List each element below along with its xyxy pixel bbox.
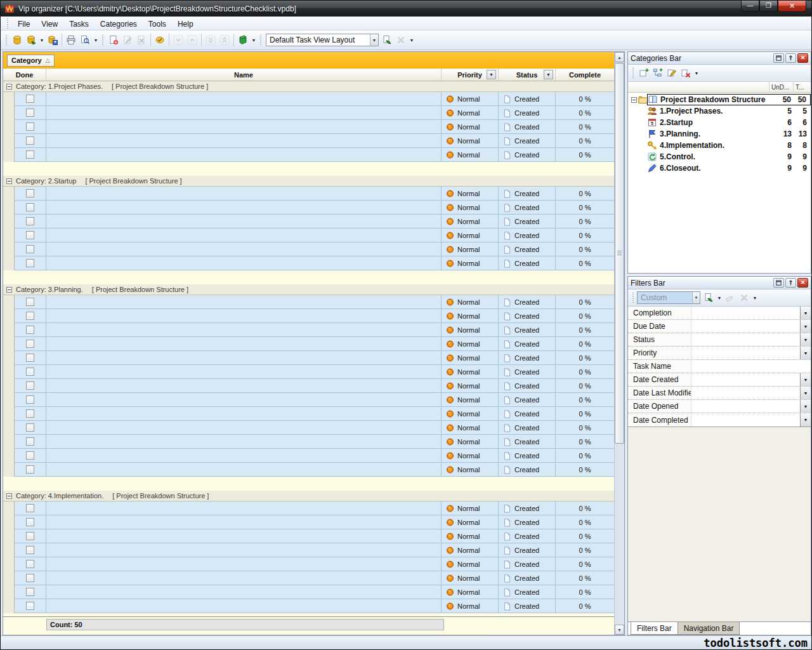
filter-value-field[interactable] — [691, 320, 800, 333]
task-checkbox[interactable] — [26, 231, 34, 239]
restore-button[interactable]: ❐ — [759, 1, 778, 12]
collapse-icon[interactable] — [6, 493, 12, 499]
close-button[interactable]: ✕ — [778, 1, 806, 12]
task-checkbox[interactable] — [26, 354, 34, 362]
column-header-status[interactable]: Status ▼ — [499, 69, 556, 81]
group-by-category-button[interactable]: Category △ — [7, 55, 55, 67]
vertical-scrollbar[interactable]: ▲ ▼ — [614, 52, 624, 635]
filter-value-field[interactable] — [691, 307, 800, 319]
task-row[interactable]: NormalCreated0 % — [3, 120, 614, 134]
task-row[interactable]: NormalCreated0 % — [3, 229, 614, 242]
tree-column-undone[interactable]: UnD... — [769, 82, 793, 92]
task-row[interactable]: NormalCreated0 % — [3, 92, 614, 106]
task-row[interactable]: NormalCreated0 % — [3, 256, 614, 270]
tree-item[interactable]: Project Breakdown Structure5050 — [628, 94, 811, 105]
new-database-button[interactable] — [10, 33, 24, 47]
collapse-icon[interactable] — [6, 84, 12, 90]
collapse-icon[interactable] — [6, 287, 12, 293]
tree-item[interactable]: 4.Implementation.88 — [628, 140, 811, 151]
panel-restore-icon[interactable] — [773, 278, 784, 288]
column-header-name[interactable]: Name — [46, 69, 442, 81]
task-checkbox[interactable] — [26, 95, 34, 103]
task-checkbox[interactable] — [26, 217, 34, 225]
task-row[interactable]: NormalCreated0 % — [3, 106, 614, 120]
filter-dropdown-button[interactable]: ▼ — [800, 373, 811, 386]
task-checkbox[interactable] — [26, 409, 34, 418]
task-checkbox[interactable] — [26, 298, 34, 306]
menu-view[interactable]: View — [36, 18, 63, 30]
task-checkbox[interactable] — [26, 451, 34, 460]
task-checkbox[interactable] — [26, 574, 34, 582]
task-checkbox[interactable] — [26, 518, 34, 526]
collapse-icon[interactable] — [631, 97, 637, 103]
task-row[interactable]: NormalCreated0 % — [3, 351, 614, 365]
task-row[interactable]: NormalCreated0 % — [3, 201, 614, 215]
task-checkbox[interactable] — [26, 602, 34, 610]
filter-dropdown-button[interactable]: ▼ — [800, 413, 811, 427]
layout-combo[interactable]: Default Task View Layout▼ — [266, 34, 379, 46]
tree-item[interactable]: 6.Closeout.99 — [628, 162, 811, 174]
task-row[interactable]: NormalCreated0 % — [3, 501, 614, 515]
toolbar-dropdown-arrow[interactable]: ▼ — [38, 33, 46, 47]
toolbar-dropdown-arrow[interactable]: ▼ — [92, 33, 100, 47]
scroll-down-button[interactable]: ▼ — [615, 625, 624, 635]
task-row[interactable]: NormalCreated0 % — [3, 295, 614, 309]
menu-tools[interactable]: Tools — [143, 18, 172, 30]
task-checkbox[interactable] — [26, 532, 34, 540]
toolbar-dropdown-arrow[interactable]: ▼ — [250, 33, 258, 47]
task-checkbox[interactable] — [26, 136, 34, 145]
apply-layout-button[interactable] — [380, 33, 394, 47]
task-row[interactable]: NormalCreated0 % — [3, 435, 614, 449]
task-checkbox[interactable] — [26, 437, 34, 446]
filter-value-field[interactable] — [691, 373, 800, 386]
task-checkbox[interactable] — [26, 150, 34, 159]
priority-filter-dropdown[interactable]: ▼ — [487, 70, 496, 79]
complete-task-button[interactable] — [153, 33, 167, 47]
task-checkbox[interactable] — [26, 465, 34, 474]
panel-restore-icon[interactable] — [773, 53, 784, 63]
edit-category-button[interactable] — [665, 66, 679, 80]
add-category-button[interactable] — [637, 66, 651, 80]
filter-dropdown-button[interactable]: ▼ — [800, 347, 811, 359]
add-subcategory-button[interactable] — [651, 66, 665, 80]
apply-filter-button[interactable] — [702, 291, 716, 305]
task-row[interactable]: NormalCreated0 % — [3, 393, 614, 407]
filter-value-field[interactable] — [691, 400, 800, 413]
task-checkbox[interactable] — [26, 588, 34, 596]
task-row[interactable]: NormalCreated0 % — [3, 571, 614, 585]
filter-dropdown-button[interactable]: ▼ — [800, 400, 811, 413]
task-row[interactable]: NormalCreated0 % — [3, 242, 614, 256]
filter-dropdown-button[interactable]: ▼ — [800, 320, 811, 333]
panel-close-icon[interactable]: ✕ — [797, 278, 808, 288]
filter-preset-dropdown[interactable]: ▼ — [692, 292, 700, 303]
task-row[interactable]: NormalCreated0 % — [3, 515, 614, 529]
task-checkbox[interactable] — [26, 312, 34, 320]
task-checkbox[interactable] — [26, 203, 34, 211]
task-checkbox[interactable] — [26, 546, 34, 554]
task-row[interactable]: NormalCreated0 % — [3, 421, 614, 435]
filter-value-field[interactable] — [691, 360, 800, 373]
task-row[interactable]: NormalCreated0 % — [3, 529, 614, 543]
task-row[interactable]: NormalCreated0 % — [3, 337, 614, 351]
tab-navigation-bar[interactable]: Navigation Bar — [678, 622, 740, 635]
tree-item[interactable]: 1.Project Phases.55 — [628, 105, 811, 117]
panel-pin-icon[interactable] — [785, 278, 796, 288]
print-preview-button[interactable] — [78, 33, 92, 47]
status-filter-dropdown[interactable]: ▼ — [544, 70, 553, 79]
task-row[interactable]: NormalCreated0 % — [3, 379, 614, 393]
column-header-complete[interactable]: Complete — [556, 69, 614, 81]
task-checkbox[interactable] — [26, 381, 34, 390]
print-button[interactable] — [64, 33, 78, 47]
task-checkbox[interactable] — [26, 423, 34, 432]
group-row[interactable]: Category: 4.Implementation.[ Project Bre… — [3, 491, 614, 501]
group-row[interactable]: Category: 1.Project Phases.[ Project Bre… — [3, 81, 614, 92]
task-row[interactable]: NormalCreated0 % — [3, 309, 614, 323]
task-row[interactable]: NormalCreated0 % — [3, 187, 614, 201]
filter-value-field[interactable] — [691, 333, 800, 346]
tree-item[interactable]: 5.Control.99 — [628, 151, 811, 162]
menu-tasks[interactable]: Tasks — [63, 18, 95, 30]
task-checkbox[interactable] — [26, 123, 34, 131]
task-row[interactable]: NormalCreated0 % — [3, 585, 614, 599]
panel-pin-icon[interactable] — [785, 53, 796, 63]
collapse-icon[interactable] — [6, 178, 12, 184]
